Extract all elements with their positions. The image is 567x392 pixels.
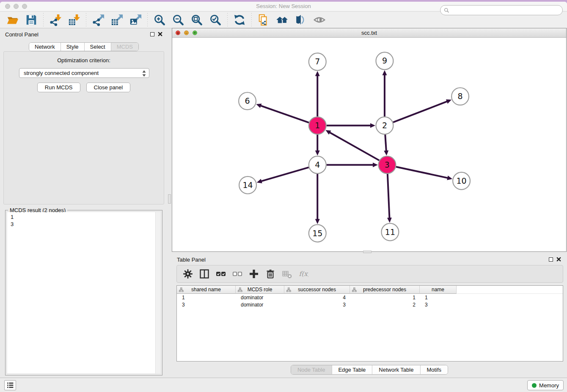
- houses-icon[interactable]: [276, 14, 289, 26]
- desktop-background: Session: New Session: [0, 0, 567, 392]
- network-title: scc.txt: [172, 30, 566, 36]
- node-label: 2: [382, 121, 387, 130]
- graph-edge-3-1[interactable]: [329, 132, 379, 160]
- table-cell[interactable]: 3: [177, 301, 236, 308]
- edge-arrowhead: [315, 71, 320, 76]
- column-header-mcds-role[interactable]: MCDS role: [236, 286, 284, 294]
- table-cell[interactable]: 3: [284, 301, 350, 308]
- zoom-fit-icon[interactable]: [190, 14, 203, 26]
- node-table: shared name MCDS role successor nodes pr…: [176, 285, 563, 362]
- toolbar-separator: [43, 13, 44, 27]
- tab-network-table[interactable]: Network Table: [372, 365, 420, 374]
- vertical-split-grip[interactable]: [168, 194, 171, 204]
- edge-arrowhead: [315, 150, 320, 155]
- table-cell[interactable]: 3: [420, 301, 457, 308]
- tab-edge-table[interactable]: Edge Table: [332, 365, 372, 374]
- eye-icon[interactable]: [313, 14, 326, 26]
- toolbar-separator: [147, 13, 148, 27]
- import-table-icon[interactable]: [68, 14, 80, 26]
- graph-edge-3-10[interactable]: [396, 167, 448, 178]
- horizontal-split-grip[interactable]: [363, 251, 372, 253]
- table-panel: Table Panel: [172, 254, 567, 378]
- open-folder-icon[interactable]: [6, 14, 19, 26]
- column-header-successor-nodes[interactable]: successor nodes: [284, 286, 350, 294]
- graph-edge-4-14[interactable]: [261, 167, 308, 181]
- close-panel-button[interactable]: Close panel: [86, 83, 131, 92]
- search-field[interactable]: [440, 5, 563, 15]
- graph-edge-2-3[interactable]: [385, 135, 386, 152]
- tab-motifs[interactable]: Motifs: [420, 365, 448, 374]
- app-window: Session: New Session: [0, 2, 567, 392]
- zoom-selected-icon[interactable]: [209, 14, 222, 26]
- close-panel-icon[interactable]: [158, 32, 162, 36]
- tab-style[interactable]: Style: [61, 43, 85, 51]
- delete-table-icon[interactable]: [282, 269, 292, 279]
- criterion-select[interactable]: strongly connected component: [19, 68, 149, 78]
- graph-edge-1-6[interactable]: [260, 105, 309, 122]
- float-panel-icon[interactable]: [150, 32, 154, 36]
- export-network-icon[interactable]: [92, 14, 105, 26]
- graph-edge-3-11[interactable]: [388, 174, 390, 218]
- select-all-icon[interactable]: [216, 269, 226, 279]
- row-filler: [457, 301, 563, 308]
- run-mcds-button[interactable]: Run MCDS: [37, 83, 80, 92]
- float-panel-icon[interactable]: [549, 257, 553, 262]
- control-panel: Control Panel Network Style Select MCDS …: [0, 29, 168, 378]
- column-layout-icon[interactable]: [199, 269, 209, 279]
- flag-icon[interactable]: [295, 14, 307, 26]
- mcds-result-textarea[interactable]: 1 3: [7, 212, 160, 373]
- graph-edge-2-8[interactable]: [393, 101, 448, 122]
- mcds-result-group: MCDS result (2 nodes) 1 3: [5, 210, 162, 375]
- criterion-value: strongly connected component: [24, 70, 99, 76]
- table-cell[interactable]: dominator: [236, 301, 284, 308]
- tab-mcds[interactable]: MCDS: [111, 43, 138, 51]
- zoom-in-icon[interactable]: [153, 14, 166, 26]
- export-image-icon[interactable]: [129, 14, 142, 26]
- result-scrollbar[interactable]: [155, 212, 160, 373]
- search-input[interactable]: [449, 7, 562, 14]
- delete-trash-icon[interactable]: [265, 269, 275, 279]
- edge-arrowhead: [447, 176, 452, 180]
- memory-button[interactable]: Memory: [527, 380, 564, 390]
- add-column-icon[interactable]: [249, 269, 259, 279]
- tab-network[interactable]: Network: [29, 43, 61, 51]
- table-cell[interactable]: 1: [350, 294, 420, 301]
- tab-node-table[interactable]: Node Table: [291, 365, 332, 374]
- node-label: 3: [385, 160, 390, 169]
- edge-arrowhead: [373, 163, 378, 167]
- node-label: 4: [315, 160, 320, 169]
- network-canvas[interactable]: 1234678910111415: [172, 38, 566, 251]
- tab-select[interactable]: Select: [85, 43, 111, 51]
- table-cell[interactable]: 1: [177, 294, 236, 301]
- table-header-row: shared name MCDS role successor nodes pr…: [177, 286, 563, 294]
- mcds-result-text: 1 3: [11, 213, 14, 228]
- table-row[interactable]: 1dominator411: [177, 294, 563, 301]
- status-bar: Memory: [0, 378, 567, 392]
- column-header-name[interactable]: name: [420, 286, 457, 294]
- save-icon[interactable]: [25, 14, 38, 26]
- function-builder-icon: f(x): [298, 269, 308, 279]
- deselect-all-icon[interactable]: [232, 269, 242, 279]
- zoom-out-icon[interactable]: [172, 14, 184, 26]
- column-header-shared-name[interactable]: shared name: [177, 286, 236, 294]
- import-network-icon[interactable]: [49, 14, 62, 26]
- task-history-button[interactable]: [4, 380, 16, 390]
- table-cell[interactable]: 2: [350, 301, 420, 308]
- toolbar-separator: [227, 13, 228, 27]
- network-titlebar[interactable]: x – + scc.txt: [172, 28, 566, 38]
- node-label: 1: [315, 121, 320, 130]
- table-row[interactable]: 3dominator323: [177, 301, 563, 308]
- table-cell[interactable]: dominator: [236, 294, 284, 301]
- node-label: 8: [458, 91, 463, 101]
- column-header-predecessor-nodes[interactable]: predecessor nodes: [350, 286, 420, 294]
- table-cell[interactable]: 4: [284, 294, 350, 301]
- table-settings-gear-icon[interactable]: [183, 269, 193, 279]
- table-toolbar: f(x): [176, 265, 563, 283]
- close-panel-icon[interactable]: [556, 257, 561, 262]
- table-cell[interactable]: 1: [420, 294, 457, 301]
- memory-status-icon: [532, 383, 537, 388]
- refresh-icon[interactable]: [233, 14, 246, 26]
- header-filler: [457, 286, 563, 294]
- clone-network-icon[interactable]: [257, 14, 270, 26]
- export-table-icon[interactable]: [110, 14, 123, 26]
